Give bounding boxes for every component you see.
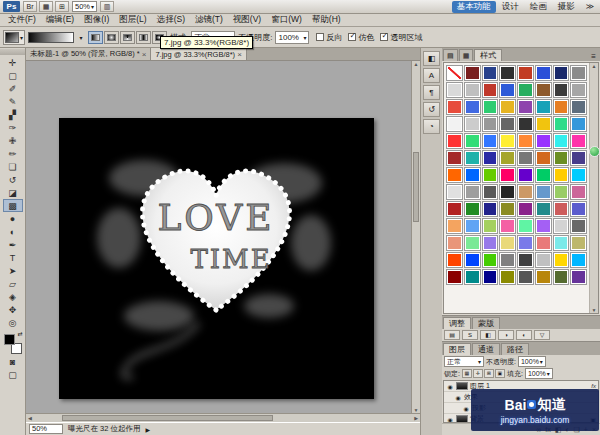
curves-adjustment-icon[interactable]: S	[462, 330, 478, 340]
workspace-button[interactable]: 绘画	[525, 1, 552, 13]
style-swatch[interactable]	[464, 252, 481, 268]
scroll-up-icon[interactable]: ▲	[592, 63, 597, 69]
style-swatch[interactable]	[553, 184, 570, 200]
vertical-scroll-thumb[interactable]	[413, 152, 419, 222]
style-swatch[interactable]	[517, 252, 534, 268]
rectangle-tool[interactable]: ▱	[3, 277, 23, 290]
vertical-scroll-track[interactable]	[412, 67, 420, 407]
style-swatch[interactable]	[482, 218, 499, 234]
style-swatch[interactable]	[517, 269, 534, 285]
style-swatch[interactable]	[499, 218, 516, 234]
style-swatch[interactable]	[570, 269, 587, 285]
panel-tab[interactable]: 路径	[501, 343, 529, 355]
hand-tool[interactable]: ✥	[3, 303, 23, 316]
workspace-button[interactable]: 设计	[497, 1, 524, 13]
style-swatch[interactable]	[570, 82, 587, 98]
style-swatch[interactable]	[517, 116, 534, 132]
vertical-scrollbar[interactable]: ▲ ▼	[411, 61, 420, 413]
style-swatch[interactable]	[446, 184, 463, 200]
layer-fill-select[interactable]: 100% ▾	[525, 368, 553, 379]
style-swatch[interactable]	[446, 99, 463, 115]
style-swatch[interactable]	[464, 82, 481, 98]
scroll-down-icon[interactable]: ▼	[414, 407, 419, 413]
style-swatch[interactable]	[553, 116, 570, 132]
style-swatch[interactable]	[464, 235, 481, 251]
document-tab[interactable]: 7.jpg @ 33.3%(RGB/8*) ×	[151, 48, 246, 60]
status-zoom-field[interactable]: 50%	[29, 424, 63, 434]
style-swatch[interactable]	[446, 252, 463, 268]
gradient-tool[interactable]: ▩	[3, 199, 23, 212]
clone-stamp-tool[interactable]: ❏	[3, 160, 23, 173]
workspace-overflow-button[interactable]: ≫	[583, 2, 597, 11]
style-swatch[interactable]	[570, 133, 587, 149]
style-swatch[interactable]	[446, 201, 463, 217]
style-swatch[interactable]	[482, 99, 499, 115]
bridge-launcher-icon[interactable]: Br	[23, 1, 37, 12]
horizontal-scroll-track[interactable]	[32, 415, 414, 422]
style-swatch[interactable]	[535, 99, 552, 115]
visibility-eye-icon[interactable]: ◉	[446, 416, 454, 423]
style-swatch[interactable]	[570, 184, 587, 200]
vibrance-adjustment-icon[interactable]: ▽	[534, 330, 550, 340]
style-swatch[interactable]	[553, 99, 570, 115]
style-swatch[interactable]	[482, 235, 499, 251]
menu-item[interactable]: 选择(S)	[152, 14, 190, 26]
style-swatch[interactable]	[499, 150, 516, 166]
style-swatch[interactable]	[482, 82, 499, 98]
eraser-tool[interactable]: ◪	[3, 186, 23, 199]
layer-blend-mode-select[interactable]: 正常 ▾	[444, 356, 484, 367]
screen-mode-icon[interactable]: ▥	[100, 1, 114, 12]
style-swatch[interactable]	[464, 201, 481, 217]
style-swatch[interactable]	[535, 167, 552, 183]
crop-tool[interactable]: ▞	[3, 108, 23, 121]
style-swatch[interactable]	[482, 167, 499, 183]
document-image[interactable]: LOVE TIME	[59, 118, 374, 399]
style-swatch[interactable]	[499, 65, 516, 81]
lasso-tool[interactable]: ✐	[3, 82, 23, 95]
styles-tab[interactable]: 样式	[474, 49, 502, 61]
style-swatch[interactable]	[553, 201, 570, 217]
menu-item[interactable]: 文件(F)	[3, 14, 41, 26]
collapsed-color-panel-icon[interactable]: ◧	[423, 51, 440, 66]
style-swatch[interactable]	[446, 235, 463, 251]
tools-panel-grip[interactable]	[0, 49, 25, 55]
style-swatch[interactable]	[535, 65, 552, 81]
layer-opacity-select[interactable]: 100% ▾	[518, 356, 546, 367]
visibility-eye-icon[interactable]: ◉	[446, 383, 454, 390]
style-swatch[interactable]	[517, 99, 534, 115]
menu-item[interactable]: 窗口(W)	[266, 14, 307, 26]
style-swatch[interactable]	[553, 252, 570, 268]
style-swatch[interactable]	[517, 184, 534, 200]
style-swatch[interactable]	[570, 167, 587, 183]
collapsed-paragraph-panel-icon[interactable]: ¶	[423, 85, 440, 100]
visibility-eye-icon[interactable]: ◉	[454, 394, 462, 401]
tool-preset-picker[interactable]: ▾	[3, 30, 25, 45]
menu-item[interactable]: 编辑(E)	[41, 14, 79, 26]
style-swatch[interactable]	[535, 252, 552, 268]
scroll-right-icon[interactable]: ▶	[414, 415, 418, 421]
style-swatch[interactable]	[553, 133, 570, 149]
visibility-eye-icon[interactable]: ◉	[462, 405, 470, 412]
style-swatch[interactable]	[570, 65, 587, 81]
style-swatch[interactable]	[464, 150, 481, 166]
linear-gradient-icon[interactable]	[88, 31, 103, 44]
style-swatch[interactable]	[535, 82, 552, 98]
view-extras-icon[interactable]: ▦	[39, 1, 53, 12]
canvas-area[interactable]: LOVE TIME ▲ ▼	[26, 61, 420, 413]
style-swatch[interactable]	[499, 235, 516, 251]
style-swatch[interactable]	[535, 235, 552, 251]
style-swatch[interactable]	[446, 65, 463, 81]
color-panel-tab-icon[interactable]: ▤	[443, 49, 458, 61]
floating-badge[interactable]	[589, 146, 600, 157]
option-checkbox[interactable]: 仿色	[348, 32, 374, 43]
workspace-button[interactable]: 基本功能	[452, 1, 496, 13]
path-selection-tool[interactable]: ➤	[3, 264, 23, 277]
style-swatch[interactable]	[517, 201, 534, 217]
style-swatch[interactable]	[517, 150, 534, 166]
style-swatch[interactable]	[535, 150, 552, 166]
style-swatch[interactable]	[499, 269, 516, 285]
option-checkbox[interactable]: 透明区域	[380, 32, 422, 43]
spot-healing-brush-tool[interactable]: ✙	[3, 134, 23, 147]
style-swatch[interactable]	[535, 133, 552, 149]
styles-scrollbar[interactable]: ▲ ▼	[589, 63, 598, 313]
